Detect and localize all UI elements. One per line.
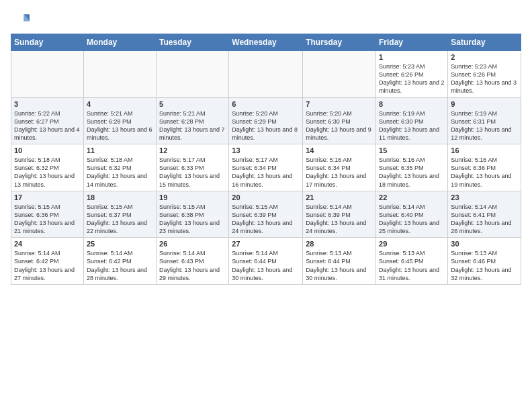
day-number: 5 bbox=[159, 100, 226, 108]
weekday-header: Thursday bbox=[303, 34, 376, 51]
day-number: 16 bbox=[451, 146, 518, 154]
calendar-cell: 1Sunrise: 5:23 AMSunset: 6:26 PMDaylight… bbox=[376, 51, 448, 98]
day-number: 20 bbox=[232, 193, 300, 201]
logo-icon bbox=[11, 11, 30, 30]
day-number: 2 bbox=[451, 53, 518, 61]
cell-content: Sunrise: 5:23 AMSunset: 6:26 PMDaylight:… bbox=[379, 62, 445, 95]
calendar-cell: 18Sunrise: 5:15 AMSunset: 6:37 PMDayligh… bbox=[83, 191, 156, 238]
calendar-cell: 7Sunrise: 5:20 AMSunset: 6:30 PMDaylight… bbox=[303, 97, 376, 144]
cell-content: Sunrise: 5:19 AMSunset: 6:31 PMDaylight:… bbox=[451, 109, 518, 142]
calendar-cell: 28Sunrise: 5:13 AMSunset: 6:44 PMDayligh… bbox=[303, 238, 376, 285]
calendar-table: SundayMondayTuesdayWednesdayThursdayFrid… bbox=[11, 34, 521, 285]
cell-content: Sunrise: 5:20 AMSunset: 6:30 PMDaylight:… bbox=[306, 109, 373, 142]
calendar-cell: 24Sunrise: 5:14 AMSunset: 6:42 PMDayligh… bbox=[11, 238, 84, 285]
calendar-cell: 27Sunrise: 5:14 AMSunset: 6:44 PMDayligh… bbox=[229, 238, 303, 285]
calendar-cell: 12Sunrise: 5:17 AMSunset: 6:33 PMDayligh… bbox=[157, 144, 229, 191]
calendar-cell bbox=[11, 51, 84, 98]
calendar-cell bbox=[303, 51, 376, 98]
day-number: 26 bbox=[159, 240, 226, 248]
day-number: 8 bbox=[379, 100, 445, 108]
day-number: 18 bbox=[87, 193, 153, 201]
cell-content: Sunrise: 5:20 AMSunset: 6:29 PMDaylight:… bbox=[232, 109, 300, 142]
cell-content: Sunrise: 5:14 AMSunset: 6:40 PMDaylight:… bbox=[379, 203, 445, 236]
cell-content: Sunrise: 5:21 AMSunset: 6:28 PMDaylight:… bbox=[159, 109, 226, 142]
calendar-week-row: 24Sunrise: 5:14 AMSunset: 6:42 PMDayligh… bbox=[11, 238, 521, 285]
cell-content: Sunrise: 5:16 AMSunset: 6:36 PMDaylight:… bbox=[451, 156, 518, 189]
calendar-cell: 20Sunrise: 5:15 AMSunset: 6:39 PMDayligh… bbox=[229, 191, 303, 238]
cell-content: Sunrise: 5:17 AMSunset: 6:34 PMDaylight:… bbox=[232, 156, 300, 189]
day-number: 15 bbox=[379, 146, 445, 154]
day-number: 9 bbox=[451, 100, 518, 108]
weekday-header: Friday bbox=[376, 34, 448, 51]
day-number: 6 bbox=[232, 100, 300, 108]
day-number: 1 bbox=[379, 53, 445, 61]
cell-content: Sunrise: 5:22 AMSunset: 6:27 PMDaylight:… bbox=[14, 109, 81, 142]
day-number: 13 bbox=[232, 146, 300, 154]
weekday-header: Tuesday bbox=[157, 34, 229, 51]
calendar-week-row: 3Sunrise: 5:22 AMSunset: 6:27 PMDaylight… bbox=[11, 97, 521, 144]
cell-content: Sunrise: 5:13 AMSunset: 6:46 PMDaylight:… bbox=[451, 249, 518, 282]
calendar-cell bbox=[229, 51, 303, 98]
cell-content: Sunrise: 5:14 AMSunset: 6:42 PMDaylight:… bbox=[14, 249, 81, 282]
day-number: 22 bbox=[379, 193, 445, 201]
calendar-cell: 8Sunrise: 5:19 AMSunset: 6:30 PMDaylight… bbox=[376, 97, 448, 144]
cell-content: Sunrise: 5:17 AMSunset: 6:33 PMDaylight:… bbox=[159, 156, 226, 189]
calendar-cell: 29Sunrise: 5:13 AMSunset: 6:45 PMDayligh… bbox=[376, 238, 448, 285]
calendar-cell: 22Sunrise: 5:14 AMSunset: 6:40 PMDayligh… bbox=[376, 191, 448, 238]
day-number: 25 bbox=[87, 240, 153, 248]
day-number: 12 bbox=[159, 146, 226, 154]
calendar-cell: 14Sunrise: 5:16 AMSunset: 6:34 PMDayligh… bbox=[303, 144, 376, 191]
day-number: 21 bbox=[306, 193, 373, 201]
calendar-week-row: 17Sunrise: 5:15 AMSunset: 6:36 PMDayligh… bbox=[11, 191, 521, 238]
calendar-cell: 2Sunrise: 5:23 AMSunset: 6:26 PMDaylight… bbox=[448, 51, 521, 98]
calendar-week-row: 1Sunrise: 5:23 AMSunset: 6:26 PMDaylight… bbox=[11, 51, 521, 98]
day-number: 11 bbox=[87, 146, 153, 154]
cell-content: Sunrise: 5:15 AMSunset: 6:37 PMDaylight:… bbox=[87, 203, 153, 236]
calendar-week-row: 10Sunrise: 5:18 AMSunset: 6:32 PMDayligh… bbox=[11, 144, 521, 191]
calendar-cell: 3Sunrise: 5:22 AMSunset: 6:27 PMDaylight… bbox=[11, 97, 84, 144]
day-number: 30 bbox=[451, 240, 518, 248]
cell-content: Sunrise: 5:13 AMSunset: 6:44 PMDaylight:… bbox=[306, 249, 373, 282]
day-number: 24 bbox=[14, 240, 81, 248]
calendar-cell: 26Sunrise: 5:14 AMSunset: 6:43 PMDayligh… bbox=[157, 238, 229, 285]
weekday-header: Sunday bbox=[11, 34, 84, 51]
calendar-cell: 30Sunrise: 5:13 AMSunset: 6:46 PMDayligh… bbox=[448, 238, 521, 285]
calendar-cell: 15Sunrise: 5:16 AMSunset: 6:35 PMDayligh… bbox=[376, 144, 448, 191]
day-number: 10 bbox=[14, 146, 81, 154]
day-number: 23 bbox=[451, 193, 518, 201]
weekday-header: Saturday bbox=[448, 34, 521, 51]
calendar-cell: 25Sunrise: 5:14 AMSunset: 6:42 PMDayligh… bbox=[83, 238, 156, 285]
cell-content: Sunrise: 5:15 AMSunset: 6:39 PMDaylight:… bbox=[232, 203, 300, 236]
weekday-header: Monday bbox=[83, 34, 156, 51]
calendar-cell: 9Sunrise: 5:19 AMSunset: 6:31 PMDaylight… bbox=[448, 97, 521, 144]
day-number: 17 bbox=[14, 193, 81, 201]
day-number: 4 bbox=[87, 100, 153, 108]
cell-content: Sunrise: 5:23 AMSunset: 6:26 PMDaylight:… bbox=[451, 62, 518, 95]
cell-content: Sunrise: 5:13 AMSunset: 6:45 PMDaylight:… bbox=[379, 249, 445, 282]
cell-content: Sunrise: 5:16 AMSunset: 6:35 PMDaylight:… bbox=[379, 156, 445, 189]
calendar-cell: 21Sunrise: 5:14 AMSunset: 6:39 PMDayligh… bbox=[303, 191, 376, 238]
calendar-cell bbox=[157, 51, 229, 98]
calendar-cell: 11Sunrise: 5:18 AMSunset: 6:32 PMDayligh… bbox=[83, 144, 156, 191]
calendar-cell: 19Sunrise: 5:15 AMSunset: 6:38 PMDayligh… bbox=[157, 191, 229, 238]
calendar-cell: 16Sunrise: 5:16 AMSunset: 6:36 PMDayligh… bbox=[448, 144, 521, 191]
page-header bbox=[11, 11, 521, 30]
cell-content: Sunrise: 5:19 AMSunset: 6:30 PMDaylight:… bbox=[379, 109, 445, 142]
calendar-cell: 5Sunrise: 5:21 AMSunset: 6:28 PMDaylight… bbox=[157, 97, 229, 144]
cell-content: Sunrise: 5:15 AMSunset: 6:38 PMDaylight:… bbox=[159, 203, 226, 236]
day-number: 27 bbox=[232, 240, 300, 248]
calendar-cell: 17Sunrise: 5:15 AMSunset: 6:36 PMDayligh… bbox=[11, 191, 84, 238]
calendar-cell: 10Sunrise: 5:18 AMSunset: 6:32 PMDayligh… bbox=[11, 144, 84, 191]
calendar-cell: 13Sunrise: 5:17 AMSunset: 6:34 PMDayligh… bbox=[229, 144, 303, 191]
day-number: 29 bbox=[379, 240, 445, 248]
weekday-header: Wednesday bbox=[229, 34, 303, 51]
cell-content: Sunrise: 5:14 AMSunset: 6:39 PMDaylight:… bbox=[306, 203, 373, 236]
cell-content: Sunrise: 5:14 AMSunset: 6:42 PMDaylight:… bbox=[87, 249, 153, 282]
day-number: 14 bbox=[306, 146, 373, 154]
calendar-cell: 6Sunrise: 5:20 AMSunset: 6:29 PMDaylight… bbox=[229, 97, 303, 144]
day-number: 3 bbox=[14, 100, 81, 108]
calendar-cell: 23Sunrise: 5:14 AMSunset: 6:41 PMDayligh… bbox=[448, 191, 521, 238]
cell-content: Sunrise: 5:14 AMSunset: 6:41 PMDaylight:… bbox=[451, 203, 518, 236]
calendar-cell: 4Sunrise: 5:21 AMSunset: 6:28 PMDaylight… bbox=[83, 97, 156, 144]
cell-content: Sunrise: 5:21 AMSunset: 6:28 PMDaylight:… bbox=[87, 109, 153, 142]
